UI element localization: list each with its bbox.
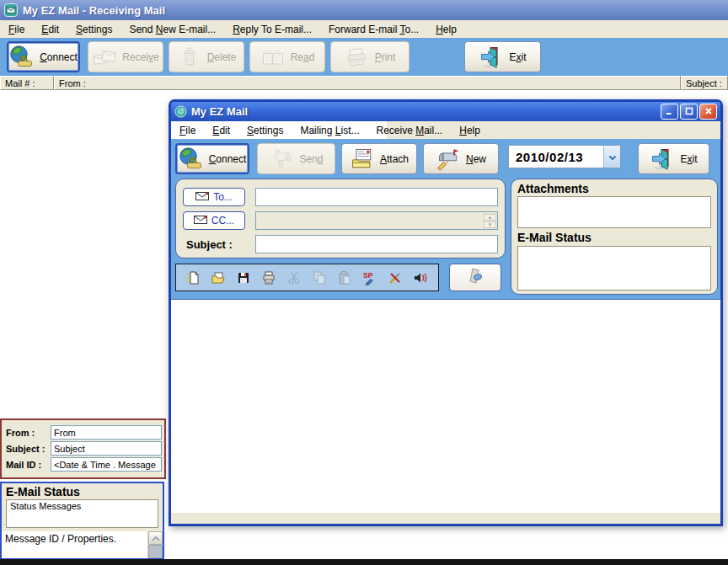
window-controls [661,104,717,120]
print-icon[interactable] [261,270,276,285]
compose-subject-field[interactable] [255,235,498,253]
exit-label: Exit [509,51,526,63]
paste-icon[interactable] [337,270,352,285]
back-window-titlebar[interactable]: My EZ Mail - Receiving Mail [0,0,728,20]
svg-text:@: @ [177,107,185,115]
save-icon[interactable] [236,270,251,285]
read-button[interactable]: Read [249,41,325,72]
cc-button[interactable]: CC... [183,211,245,230]
scroll-up-button[interactable] [148,531,163,545]
connect-label: Connect [40,51,78,63]
spell-check-icon[interactable]: SP [362,270,377,285]
menu-edit[interactable]: Edit [33,22,67,37]
eraser-button[interactable] [449,264,501,291]
maximize-button[interactable] [680,104,698,120]
spinner-up-icon[interactable]: ▲ [484,214,496,221]
chevron-down-icon [608,149,617,164]
to-field[interactable] [255,188,498,206]
send-label: Send [299,153,323,165]
subject-field[interactable] [51,441,162,456]
message-id-list[interactable]: Message ID / Properties. [2,531,163,558]
compose-menu-receive-mail[interactable]: Receive Mail... [368,123,452,138]
compose-menu-edit[interactable]: Edit [204,123,238,138]
exit-button[interactable]: Exit [464,41,541,72]
delete-label: Delete [207,51,237,63]
column-subject[interactable]: Subject : [681,76,728,90]
new-button[interactable]: New [423,143,499,174]
to-button[interactable]: To... [183,188,245,206]
cc-spinner[interactable]: ▲ ▼ [484,214,496,227]
cc-field[interactable] [255,211,498,230]
column-from[interactable]: From : [54,76,681,90]
from-field[interactable] [51,425,162,440]
minimize-icon [666,105,674,118]
compose-menu-help[interactable]: Help [451,123,489,138]
scrollbar-thumb[interactable] [148,545,163,558]
date-dropdown[interactable]: 2010/02/13 [508,145,621,168]
back-window-title: My EZ Mail - Receiving Mail [23,4,165,17]
print-button[interactable]: Print [330,41,410,72]
exit-icon [650,147,675,172]
close-icon [704,105,713,118]
new-label: New [466,153,486,165]
receive-button[interactable]: Receive [88,41,163,72]
svg-text:SP: SP [363,271,373,280]
close-button[interactable] [699,104,717,120]
back-window-bottom-border [0,559,728,565]
mail-details-panel: From : Subject : Mail ID : [0,418,166,479]
menu-file[interactable]: File [0,22,33,37]
date-dropdown-button[interactable] [603,146,620,168]
attachments-box[interactable] [517,196,711,228]
cc-field-wrap: ▲ ▼ [255,211,498,230]
new-document-icon[interactable] [185,270,201,285]
menu-send-new-email[interactable]: Send New E-mail... [120,22,224,37]
email-status-heading: E-Mail Status [6,485,158,498]
compose-statusbar [171,512,720,524]
send-icon [269,147,294,172]
format-toolbar: SP [175,264,439,291]
message-body-area[interactable] [171,299,720,512]
address-envelope-icon [194,215,207,227]
menu-settings[interactable]: Settings [67,22,120,37]
back-toolbar: Connect Receive Delete Read Print [0,38,728,76]
attachments-heading: Attachments [517,182,711,195]
menu-reply-to-email[interactable]: Reply To E-mail... [224,22,320,37]
tools-icon[interactable] [388,270,403,285]
compose-menu-file[interactable]: File [171,123,204,138]
menu-forward-email-to[interactable]: Forward E-mail To... [320,22,427,37]
compose-status-box [517,246,711,290]
read-label: Read [291,51,315,63]
print-icon [345,45,370,70]
email-status-section: E-Mail Status Status Messages [2,483,163,531]
exit-label: Exit [680,153,697,165]
attach-button[interactable]: Attach [341,143,417,174]
email-status-panel: E-Mail Status Status Messages Message ID… [0,482,164,560]
message-id-scrollbar[interactable] [147,531,163,558]
compose-connect-button[interactable]: Connect [175,143,249,174]
to-label: To... [213,191,233,203]
receive-label: Receive [122,51,158,63]
minimize-button[interactable] [661,104,678,120]
copy-icon[interactable] [312,270,327,285]
envelope-icon [4,3,18,17]
menu-help[interactable]: Help [427,22,465,37]
compose-menu-settings[interactable]: Settings [238,123,292,138]
connect-button[interactable]: Connect [7,41,80,72]
cut-icon[interactable] [286,270,302,285]
delete-button[interactable]: Delete [169,41,244,72]
compose-window-titlebar[interactable]: @ My EZ Mail [171,102,720,121]
spinner-down-icon[interactable]: ▼ [484,221,496,228]
message-id-text: Message ID / Properties. [5,533,116,545]
column-mail-number[interactable]: Mail # : [0,76,54,90]
compose-menubar: File Edit Settings Mailing List... Recei… [171,121,720,139]
compose-exit-button[interactable]: Exit [638,143,709,174]
from-label: From : [6,428,51,438]
send-button[interactable]: Send [257,143,335,174]
open-icon[interactable] [211,270,226,285]
mail-id-field[interactable] [51,457,162,472]
compose-menu-mailing-list[interactable]: Mailing List... [292,123,367,138]
eraser-icon [465,266,485,289]
attach-icon [350,147,375,172]
connect-label: Connect [209,153,247,165]
sound-icon[interactable] [413,270,428,285]
